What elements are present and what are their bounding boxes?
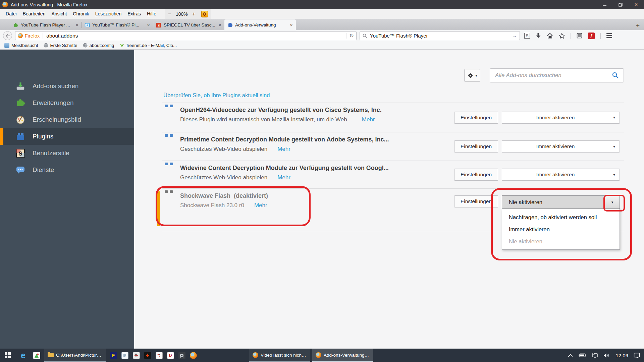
minimize-button[interactable] bbox=[597, 0, 612, 9]
d-app-taskbar-icon[interactable]: D bbox=[165, 349, 176, 362]
jdownloader-taskbar-icon[interactable] bbox=[142, 349, 153, 362]
more-link[interactable]: Mehr bbox=[277, 174, 290, 181]
check-plugins-link[interactable]: Überprüfen Sie, ob Ihre Plugins aktuell … bbox=[163, 92, 270, 99]
tools-gear-button[interactable]: ▾ bbox=[464, 69, 480, 82]
appearance-palette-icon bbox=[15, 115, 25, 125]
windows-logo-icon bbox=[5, 352, 11, 358]
tab-close-icon[interactable]: × bbox=[218, 22, 221, 28]
zoom-level: 100% bbox=[176, 11, 188, 17]
menu-ansicht[interactable]: Ansicht bbox=[48, 9, 70, 19]
url-bar[interactable]: Firefox about:addons ↻ bbox=[15, 31, 357, 40]
network-icon[interactable] bbox=[592, 353, 598, 358]
more-link[interactable]: Mehr bbox=[277, 146, 290, 152]
dropdown-option-immer-aktivieren[interactable]: Immer aktivieren bbox=[502, 223, 620, 235]
dropdown-option-nie-aktivieren[interactable]: Nie aktivieren bbox=[502, 235, 620, 247]
bookmarks-menu-icon[interactable] bbox=[577, 33, 582, 39]
search-bar[interactable]: → bbox=[360, 31, 520, 40]
downloads-icon[interactable] bbox=[536, 33, 541, 39]
settings-button[interactable]: Einstellungen bbox=[454, 140, 498, 153]
bookmark-freenet[interactable]: freenet.de - E-Mail, Clo... bbox=[118, 43, 178, 48]
firefox-app-icon bbox=[2, 2, 8, 7]
tab-youtube-flash-pl[interactable]: YouTube™ Flash® Pl... × bbox=[82, 20, 153, 30]
flashgot-taskbar-icon[interactable]: F bbox=[108, 349, 119, 362]
new-tab-button[interactable]: + bbox=[636, 22, 640, 28]
url-text[interactable]: about:addons bbox=[46, 33, 346, 39]
sidebar-item-benutzerstile[interactable]: S Benutzerstile bbox=[0, 145, 134, 162]
tab-addons-verwaltung-active[interactable]: Add-ons-Verwaltung × bbox=[224, 19, 296, 30]
sidebar-item-plugins[interactable]: Plugins bbox=[0, 128, 134, 145]
menu-bearbeiten[interactable]: Bearbeiten bbox=[20, 9, 49, 19]
taskbar-window-video[interactable]: Video lässt sich nicht ... bbox=[249, 349, 310, 362]
plugin-row-widevine[interactable]: Widevine Content Decryption Module zur V… bbox=[162, 161, 624, 188]
action-center-icon[interactable] bbox=[634, 353, 640, 358]
tab-spiegel-tv[interactable]: S SPIEGEL TV über Sasc... × bbox=[153, 20, 224, 30]
battery-icon[interactable] bbox=[578, 353, 586, 358]
activation-dropdown[interactable]: Nie aktivieren ▾ bbox=[502, 195, 620, 209]
menu-chronik[interactable]: Chronik bbox=[70, 9, 92, 19]
zoom-in-button[interactable]: + bbox=[192, 11, 196, 17]
menu-hamburger-icon[interactable] bbox=[606, 33, 612, 38]
tab-close-icon[interactable]: × bbox=[147, 22, 150, 28]
home-icon[interactable] bbox=[547, 33, 553, 39]
search-input[interactable] bbox=[370, 33, 509, 39]
smart-folder-icon bbox=[4, 43, 9, 48]
settings-button[interactable]: Einstellungen bbox=[454, 169, 498, 181]
tray-chevron-icon[interactable] bbox=[568, 354, 573, 357]
addons-search-icon[interactable] bbox=[612, 72, 619, 78]
printer-taskbar-icon[interactable] bbox=[130, 349, 142, 362]
edge-taskbar-icon[interactable]: e bbox=[15, 349, 31, 362]
window-title: Add-ons-Verwaltung - Mozilla Firefox bbox=[11, 2, 88, 7]
sidebar-item-addons-suchen[interactable]: Add-ons suchen bbox=[0, 78, 134, 95]
clock[interactable]: 12:09 bbox=[615, 353, 628, 358]
cards-taskbar-icon[interactable] bbox=[153, 349, 165, 362]
activation-dropdown[interactable]: Immer aktivieren▾ bbox=[502, 140, 620, 153]
back-button[interactable] bbox=[3, 31, 12, 40]
taskbar-window-explorer[interactable]: C:\Users\Andi\Pictures... bbox=[44, 349, 106, 362]
sidebar-item-dienste[interactable]: Dienste bbox=[0, 162, 134, 178]
reload-icon[interactable]: ↻ bbox=[346, 33, 354, 39]
zoom-out-button[interactable]: − bbox=[168, 11, 171, 17]
bookmark-star-icon[interactable] bbox=[559, 33, 565, 39]
stylish-icon[interactable]: S bbox=[524, 33, 530, 39]
taskbar-window-addons[interactable]: Add-ons-Verwaltung -... bbox=[312, 349, 373, 362]
bookmark-erste-schritte[interactable]: Erste Schritte bbox=[42, 43, 79, 48]
search-go-icon[interactable]: → bbox=[512, 33, 517, 39]
notepad-taskbar-icon[interactable] bbox=[119, 349, 130, 362]
sidebar-item-erscheinungsbild[interactable]: Erscheinungsbild bbox=[0, 111, 134, 128]
activation-dropdown[interactable]: Immer aktivieren▾ bbox=[502, 112, 620, 124]
restore-button[interactable] bbox=[612, 0, 628, 9]
settings-button[interactable]: Einstellungen bbox=[454, 195, 498, 207]
plugin-row-primetime[interactable]: Primetime Content Decryption Module gest… bbox=[162, 132, 624, 161]
menu-extras[interactable]: Extras bbox=[124, 9, 144, 19]
folder-icon bbox=[48, 353, 54, 357]
irfanview-taskbar-icon[interactable] bbox=[31, 349, 42, 362]
bookmark-meistbesucht[interactable]: Meistbesucht bbox=[3, 43, 40, 48]
settings-button[interactable]: Einstellungen bbox=[454, 112, 498, 124]
bookmark-about-config[interactable]: about:config bbox=[81, 43, 116, 48]
menu-datei[interactable]: Datei bbox=[3, 9, 20, 19]
dropdown-arrow-button[interactable]: ▾ bbox=[605, 196, 620, 208]
sidebar-item-erweiterungen[interactable]: Erweiterungen bbox=[0, 95, 134, 111]
flash-plugin-icon[interactable]: f bbox=[588, 33, 595, 39]
start-button[interactable] bbox=[0, 349, 15, 362]
quickjava-icon[interactable]: Q bbox=[201, 11, 208, 17]
addons-search-input[interactable] bbox=[490, 68, 624, 82]
screenshot-camera-taskbar-icon[interactable] bbox=[176, 349, 187, 362]
plugin-row-shockwave-flash[interactable]: Shockwave Flash (deaktiviert) Shockwave … bbox=[162, 188, 624, 231]
identity-badge[interactable]: Firefox bbox=[18, 33, 43, 39]
back-arrow-icon bbox=[5, 34, 10, 38]
tab-close-icon[interactable]: × bbox=[75, 22, 78, 28]
tab-close-icon[interactable]: × bbox=[290, 22, 293, 28]
activation-dropdown[interactable]: Immer aktivieren▾ bbox=[502, 169, 620, 181]
firefox-pinned-taskbar-icon[interactable] bbox=[187, 349, 199, 362]
more-link[interactable]: Mehr bbox=[362, 116, 375, 123]
menu-hilfe[interactable]: Hilfe bbox=[144, 9, 159, 19]
menu-lesezeichen[interactable]: Lesezeichen bbox=[92, 9, 125, 19]
volume-icon[interactable] bbox=[603, 353, 610, 358]
tab-youtube-flash-player[interactable]: YouTube Flash Player ... × bbox=[10, 20, 82, 30]
dropdown-option-nachfragen[interactable]: Nachfragen, ob aktiviert werden soll bbox=[502, 211, 620, 223]
close-button[interactable]: × bbox=[628, 0, 644, 9]
plugins-brick-icon bbox=[15, 131, 25, 141]
plugin-row-openh264[interactable]: OpenH264-Videocodec zur Verfügung gestel… bbox=[162, 103, 624, 132]
more-link[interactable]: Mehr bbox=[254, 202, 267, 208]
